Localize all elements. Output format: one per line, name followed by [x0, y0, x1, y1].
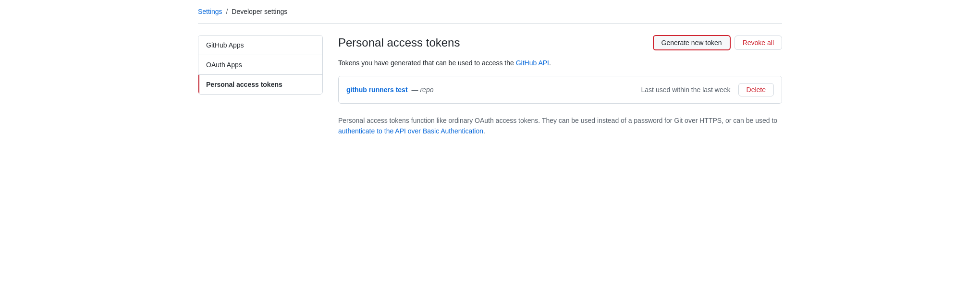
token-meta: Last used within the last week Delete: [641, 83, 774, 96]
sidebar-item-personal-access-tokens[interactable]: Personal access tokens: [198, 75, 322, 94]
footer-text-start: Personal access tokens function like ord…: [338, 117, 777, 124]
content-area: Personal access tokens Generate new toke…: [338, 35, 782, 137]
header-actions: Generate new token Revoke all: [653, 35, 782, 50]
description-end: .: [549, 59, 551, 67]
token-info: github runners test — repo: [346, 86, 433, 94]
sidebar-item-github-apps[interactable]: GitHub Apps: [198, 36, 322, 55]
generate-new-token-button[interactable]: Generate new token: [653, 35, 731, 50]
sidebar: GitHub Apps OAuth Apps Personal access t…: [198, 35, 323, 95]
breadcrumb-settings-link[interactable]: Settings: [198, 8, 222, 15]
breadcrumb-current: Developer settings: [232, 8, 287, 15]
content-description: Tokens you have generated that can be us…: [338, 58, 782, 68]
main-layout: GitHub Apps OAuth Apps Personal access t…: [198, 35, 782, 137]
page-title: Personal access tokens: [338, 36, 460, 49]
sidebar-item-oauth-apps[interactable]: OAuth Apps: [198, 55, 322, 75]
footer-description: Personal access tokens function like ord…: [338, 115, 782, 137]
token-name-link[interactable]: github runners test: [346, 86, 408, 94]
content-header: Personal access tokens Generate new toke…: [338, 35, 782, 50]
token-last-used: Last used within the last week: [641, 86, 731, 94]
footer-text-end: .: [483, 127, 485, 135]
breadcrumb: Settings / Developer settings: [198, 0, 782, 24]
description-text: Tokens you have generated that can be us…: [338, 59, 516, 67]
table-row: github runners test — repo Last used wit…: [339, 76, 782, 103]
revoke-all-button[interactable]: Revoke all: [735, 36, 782, 50]
token-scope: — repo: [412, 86, 434, 94]
delete-token-button[interactable]: Delete: [738, 83, 774, 96]
token-list: github runners test — repo Last used wit…: [338, 76, 782, 104]
github-api-link[interactable]: GitHub API: [516, 59, 549, 67]
breadcrumb-separator: /: [226, 8, 228, 15]
authenticate-api-link[interactable]: authenticate to the API over Basic Authe…: [338, 127, 483, 135]
